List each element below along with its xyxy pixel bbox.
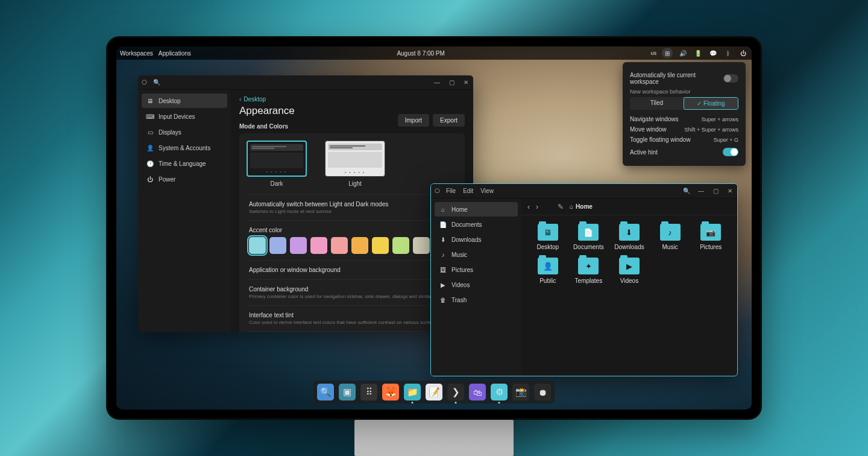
power-icon[interactable]: ⏻ <box>738 48 748 58</box>
location-breadcrumb[interactable]: ⌂Home <box>570 203 593 210</box>
notification-icon[interactable]: 💬 <box>708 48 718 58</box>
accent-swatch[interactable] <box>249 237 266 254</box>
dark-theme-option[interactable]: ● ● ● ● ● Dark <box>247 141 307 187</box>
folder-templates[interactable]: ✦Templates <box>571 258 607 284</box>
move-window-label: Move window <box>630 126 667 133</box>
folder-downloads[interactable]: ⬇Downloads <box>611 224 647 250</box>
accent-swatch[interactable] <box>372 237 389 254</box>
dock-workspaces[interactable]: ▣ <box>339 384 356 401</box>
sidebar-item-power[interactable]: ⏻Power <box>142 172 227 186</box>
files-close-button[interactable]: ✕ <box>726 188 734 194</box>
dock-settings[interactable]: ⚙ <box>491 384 508 401</box>
dock-search[interactable]: 🔍 <box>317 384 334 401</box>
sidebar-item-time-language[interactable]: 🕐Time & Language <box>142 156 227 171</box>
bluetooth-icon[interactable]: ᛒ <box>723 48 733 58</box>
folder-pictures[interactable]: 📷Pictures <box>693 224 729 250</box>
menu-edit[interactable]: Edit <box>463 188 473 194</box>
edit-path-icon[interactable]: ✎ <box>558 203 564 211</box>
folder-icon: ♪ <box>660 224 681 241</box>
keyboard-layout[interactable]: us <box>650 48 656 58</box>
breadcrumb[interactable]: ‹Desktop <box>239 96 465 103</box>
dock-store[interactable]: 🛍 <box>469 384 486 401</box>
settings-titlebar[interactable]: ⎔ 🔍 — ▢ ✕ <box>138 75 473 90</box>
export-button[interactable]: Export <box>433 114 465 127</box>
terminal-icon: ❯ <box>452 387 460 397</box>
volume-icon[interactable]: 🔊 <box>678 48 688 58</box>
dock-screenshot[interactable]: 📸 <box>512 384 529 401</box>
sidebar-item-displays[interactable]: ▭Displays <box>142 125 227 139</box>
workspaces-menu[interactable]: Workspaces <box>120 50 153 57</box>
files-app-icon[interactable]: ⎔ <box>435 188 440 194</box>
nav-back-button[interactable]: ‹ <box>527 203 530 211</box>
accent-swatch[interactable] <box>331 237 348 254</box>
folder-desktop[interactable]: 🖥Desktop <box>530 224 566 250</box>
folder-music[interactable]: ♪Music <box>652 224 688 250</box>
sidebar-item-label: Displays <box>159 129 181 136</box>
dock-files[interactable]: 📁 <box>404 384 421 401</box>
sidebar-item-input-devices[interactable]: ⌨Input Devices <box>142 109 227 124</box>
folder-public[interactable]: 👤Public <box>530 258 566 284</box>
accent-swatch[interactable] <box>269 237 286 254</box>
close-button[interactable]: ✕ <box>462 79 470 86</box>
dock-terminal[interactable]: ❯ <box>447 384 464 401</box>
sidebar-item-label: Time & Language <box>159 160 206 167</box>
places-documents[interactable]: 📄Documents <box>435 217 518 232</box>
tiled-option[interactable]: Tiled <box>630 97 684 110</box>
light-theme-option[interactable]: ● ● ● ● ● Light <box>325 141 385 187</box>
places-label: Trash <box>451 297 467 303</box>
places-music[interactable]: ♪Music <box>435 247 518 262</box>
accent-swatch[interactable] <box>310 237 327 254</box>
dock-editor[interactable]: 📝 <box>426 384 442 401</box>
accent-swatches <box>249 237 455 254</box>
places-home[interactable]: ⌂Home <box>435 202 518 217</box>
settings-window: ⎔ 🔍 — ▢ ✕ 🖥Desktop⌨Input Devices▭Display… <box>138 75 473 332</box>
files-search-icon[interactable]: 🔍 <box>683 188 690 194</box>
sidebar-item-system-accounts[interactable]: 👤System & Accounts <box>142 141 227 155</box>
accent-swatch[interactable] <box>290 237 307 254</box>
workspace-behavior-segment[interactable]: Tiled ✓ Floating <box>630 97 738 110</box>
files-window: ⎔ FileEditView 🔍 — ▢ ✕ ⌂Home📄Documents⬇D… <box>430 183 738 376</box>
dock-firefox[interactable]: 🦊 <box>382 384 399 401</box>
accent-swatch[interactable] <box>413 237 430 254</box>
tiling-icon[interactable]: ⊞ <box>662 48 673 59</box>
applications-menu[interactable]: Applications <box>159 50 191 57</box>
clock[interactable]: August 8 7:00 PM <box>191 50 651 57</box>
files-minimize-button[interactable]: — <box>697 188 705 194</box>
nav-forward-button[interactable]: › <box>536 203 538 211</box>
menu-view[interactable]: View <box>480 188 494 194</box>
places-pictures[interactable]: 🖼Pictures <box>435 262 518 277</box>
places-trash[interactable]: 🗑Trash <box>435 293 518 307</box>
places-label: Music <box>451 252 467 258</box>
import-button[interactable]: Import <box>398 114 429 127</box>
active-hint-toggle[interactable] <box>723 148 738 156</box>
menu-file[interactable]: File <box>446 188 456 194</box>
accent-swatch[interactable] <box>351 237 368 254</box>
accent-swatch[interactable] <box>392 237 409 254</box>
pic-icon: 🖼 <box>439 266 447 273</box>
places-videos[interactable]: ▶Videos <box>435 277 518 292</box>
text-tint-title: Interface text tint <box>249 312 455 318</box>
folder-documents[interactable]: 📄Documents <box>571 224 607 250</box>
apps-icon: ⠿ <box>366 387 373 397</box>
autotile-toggle[interactable] <box>723 74 738 83</box>
container-bg-title: Container background <box>249 286 455 293</box>
minimize-button[interactable]: — <box>433 79 441 86</box>
dock-apps[interactable]: ⠿ <box>360 384 377 401</box>
accent-label: Accent color <box>249 227 455 233</box>
places-downloads[interactable]: ⬇Downloads <box>435 232 518 247</box>
app-icon[interactable]: ⎔ <box>142 79 147 86</box>
dock-recorder[interactable]: ⏺ <box>534 384 551 401</box>
files-titlebar[interactable]: ⎔ FileEditView 🔍 — ▢ ✕ <box>431 184 737 198</box>
sidebar-item-desktop[interactable]: 🖥Desktop <box>142 93 227 108</box>
folder-icon: 📄 <box>578 224 599 241</box>
move-window-shortcut: Shift + Super + arrows <box>684 127 738 133</box>
search-icon[interactable]: 🔍 <box>153 79 160 86</box>
folder-videos[interactable]: ▶Videos <box>611 258 647 284</box>
maximize-button[interactable]: ▢ <box>448 79 455 86</box>
files-maximize-button[interactable]: ▢ <box>712 188 719 194</box>
floating-option[interactable]: ✓ Floating <box>684 97 738 110</box>
battery-icon[interactable]: 🔋 <box>693 48 703 58</box>
keyboard-icon: ⌨ <box>146 113 154 120</box>
sidebar-item-label: Power <box>159 176 175 183</box>
app-bg-row[interactable]: Application or window background <box>249 267 455 273</box>
